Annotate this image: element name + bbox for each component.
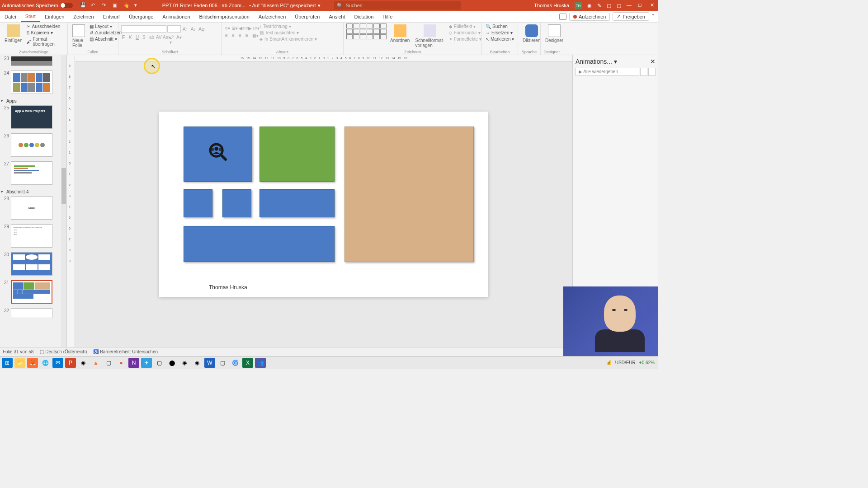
justify-icon[interactable]: ≡	[245, 33, 250, 38]
reset-button[interactable]: ↺ Zurücksetzen	[89, 30, 123, 36]
tab-aufzeichnen[interactable]: Aufzeichnen	[254, 11, 291, 22]
teams-icon[interactable]: 👥	[255, 358, 266, 368]
app-icon-1[interactable]: ◉	[78, 358, 89, 368]
tab-entwurf[interactable]: Entwurf	[99, 11, 124, 22]
format-painter-button[interactable]: 🖌 Format übertragen	[26, 36, 65, 47]
layout-button[interactable]: ▦ Layout ▾	[89, 23, 123, 29]
word-icon[interactable]: W	[204, 358, 215, 368]
minimize-icon[interactable]: —	[627, 2, 633, 9]
tab-ansicht[interactable]: Ansicht	[324, 11, 349, 22]
excel-icon[interactable]: X	[242, 358, 253, 368]
tab-datei[interactable]: Datei	[0, 11, 21, 22]
highlight-icon[interactable]: 🖍▾	[169, 34, 174, 40]
fill-button[interactable]: ◆ Fülleffekt ▾	[448, 23, 482, 29]
chrome-icon[interactable]: 🌐	[40, 358, 51, 368]
spacing-icon[interactable]: AV	[155, 34, 160, 40]
select-button[interactable]: ↖ Markieren ▾	[485, 36, 515, 42]
thumb-26[interactable]: 26	[0, 132, 66, 158]
indent-dec-icon[interactable]: ◀≡	[238, 25, 243, 31]
slideshow-icon[interactable]: ▣	[113, 2, 119, 9]
paste-button[interactable]: Einfügen	[3, 23, 24, 44]
strike-icon[interactable]: S	[142, 34, 147, 40]
numbering-icon[interactable]: ≣▾	[231, 25, 236, 31]
collapse-ribbon-icon[interactable]: ˅	[652, 14, 655, 19]
section-button[interactable]: ▤ Abschnitt ▾	[89, 36, 123, 42]
record-button[interactable]: Aufzeichnen	[569, 13, 610, 21]
close-pane-icon[interactable]: ✕	[650, 58, 656, 65]
underline-icon[interactable]: U	[135, 34, 140, 40]
tab-zeichnen[interactable]: Zeichnen	[69, 11, 98, 22]
font-size-input[interactable]	[167, 25, 181, 33]
dictate-button[interactable]: Diktieren	[521, 23, 542, 44]
arrange-button[interactable]: Anordnen	[388, 23, 411, 44]
save-status[interactable]: • Auf "diesem PC" gespeichert	[249, 3, 316, 8]
align-left-icon[interactable]: ≡	[224, 33, 230, 38]
share-button[interactable]: ↗Freigeben	[613, 12, 649, 21]
text-direction-button[interactable]: ↕ Textrichtung ▾	[259, 23, 318, 29]
clear-format-icon[interactable]: Aφ	[198, 25, 205, 33]
start-icon[interactable]: ⊞	[2, 358, 13, 368]
tab-start[interactable]: Start	[21, 11, 40, 22]
touch-icon[interactable]: 👆	[123, 2, 130, 9]
anim-next-icon[interactable]	[648, 68, 656, 76]
chevron-down-icon[interactable]: ▾	[318, 3, 321, 9]
align-right-icon[interactable]: ≡	[238, 33, 243, 38]
slide-counter[interactable]: Folie 31 von 58	[3, 349, 33, 354]
cut-button[interactable]: ✂ Ausschneiden	[26, 23, 65, 29]
bullets-icon[interactable]: ≡▾	[224, 25, 230, 31]
tab-uebergaenge[interactable]: Übergänge	[124, 11, 158, 22]
slide-area[interactable]: Thomas Hruska	[75, 61, 572, 347]
indent-inc-icon[interactable]: ≡▶	[245, 25, 250, 31]
replace-button[interactable]: ↔ Ersetzen ▾	[485, 30, 515, 36]
currency-pair[interactable]: USD/EUR	[615, 360, 636, 365]
tab-ueberpruefen[interactable]: Überprüfen	[290, 11, 324, 22]
dropdown-icon[interactable]: ▾	[134, 2, 141, 9]
save-icon[interactable]: 💾	[80, 2, 86, 9]
shape-blue-small-2[interactable]	[222, 189, 251, 217]
thumb-28[interactable]: 28 Ende	[0, 195, 66, 221]
window-icon[interactable]: ▢	[607, 3, 611, 9]
effects-button[interactable]: ✦ Formeffekte ▾	[448, 36, 482, 42]
app-icon-3[interactable]: ●	[116, 358, 127, 368]
shape-blue-small-1[interactable]	[184, 189, 212, 217]
outlook-icon[interactable]: ✉	[52, 358, 63, 368]
grow-font-icon[interactable]: A↑	[182, 25, 189, 33]
app-icon-5[interactable]: ◉	[179, 358, 190, 368]
line-spacing-icon[interactable]: ↕≡▾	[251, 25, 257, 31]
thumb-32[interactable]: 32	[0, 307, 66, 319]
thumb-27[interactable]: 27	[0, 160, 66, 186]
shape-tan-large[interactable]	[344, 127, 474, 262]
draw-icon[interactable]: ✎	[597, 3, 601, 9]
tab-animationen[interactable]: Animationen	[158, 11, 194, 22]
maximize-icon[interactable]: □	[638, 2, 645, 9]
app-icon-6[interactable]: ◉	[192, 358, 203, 368]
thumb-31[interactable]: 31	[0, 279, 66, 305]
play-all-button[interactable]: ▶ Alle wiedergeben	[576, 68, 639, 76]
quick-styles-button[interactable]: Schnellformat-vorlagen	[413, 23, 446, 49]
close-icon[interactable]: ✕	[650, 2, 656, 9]
toggle-switch[interactable]	[60, 3, 73, 8]
search-input[interactable]	[346, 3, 458, 8]
thumb-29[interactable]: 29 Dashboard basierende Präsentation· te…	[0, 223, 66, 249]
shape-blue-medium[interactable]	[259, 189, 335, 217]
thumb-scrollbar[interactable]	[61, 55, 66, 347]
font-color-icon[interactable]: A▾	[175, 34, 181, 40]
align-center-icon[interactable]: ≡	[231, 33, 236, 38]
shape-gallery[interactable]	[346, 23, 387, 39]
currency-icon[interactable]: 💰	[606, 360, 612, 365]
shape-blue-large-1[interactable]	[184, 127, 252, 182]
scroll-handle[interactable]	[61, 168, 66, 204]
thumb-30[interactable]: 30	[0, 251, 66, 277]
vlc-icon[interactable]: ▲	[90, 358, 101, 368]
comments-icon[interactable]	[559, 14, 566, 20]
telegram-icon[interactable]: ✈	[141, 358, 152, 368]
smartart-button[interactable]: ◈ In SmartArt konvertieren ▾	[259, 36, 318, 42]
bold-icon[interactable]: F	[121, 34, 127, 40]
tab-praesentation[interactable]: Bildschirmpräsentation	[195, 11, 254, 22]
document-title[interactable]: PPT 01 Roter Faden 006 - ab Zoom...	[162, 3, 245, 8]
firefox-icon[interactable]: 🦊	[27, 358, 38, 368]
case-icon[interactable]: Aa▾	[162, 34, 167, 40]
tab-hilfe[interactable]: Hilfe	[378, 11, 397, 22]
shape-blue-wide[interactable]	[184, 226, 335, 262]
shape-green[interactable]	[259, 127, 335, 182]
